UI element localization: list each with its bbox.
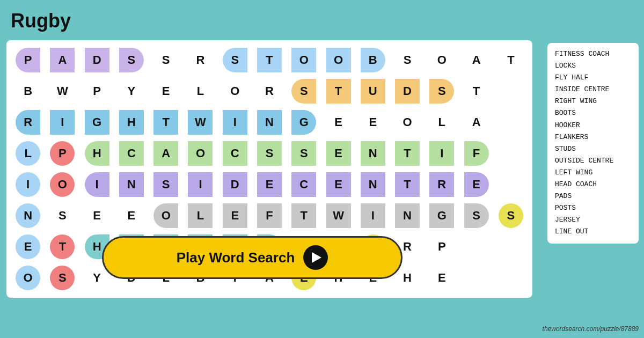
cell-2-9: E xyxy=(321,107,355,138)
cell-4-11: T xyxy=(390,169,425,200)
cell-2-12: L xyxy=(425,107,459,138)
cell-0-7: T xyxy=(252,45,287,76)
cell-5-5: L xyxy=(183,200,217,231)
cell-5-11: N xyxy=(390,200,425,231)
cell-7-14 xyxy=(494,262,528,293)
cell-2-0: R xyxy=(11,107,45,138)
cell-7-13 xyxy=(459,262,493,293)
play-button[interactable]: Play Word Search xyxy=(102,236,402,279)
cell-5-1: S xyxy=(45,200,79,231)
word-item-outside-centre: OUTSIDE CENTRE xyxy=(555,155,631,167)
cell-2-5: W xyxy=(183,107,217,138)
cell-2-2: G xyxy=(80,107,114,138)
cell-3-7: S xyxy=(252,138,287,169)
cell-4-13: E xyxy=(459,169,493,200)
cell-3-11: T xyxy=(390,138,425,169)
cell-1-6: O xyxy=(218,76,252,107)
cell-2-10: E xyxy=(356,107,390,138)
cell-1-13: T xyxy=(459,76,493,107)
cell-3-12: I xyxy=(425,138,459,169)
cell-7-0: O xyxy=(11,262,45,293)
cell-2-14 xyxy=(494,107,528,138)
cell-3-4: A xyxy=(149,138,183,169)
cell-5-10: I xyxy=(356,200,390,231)
word-item-head-coach: HEAD COACH xyxy=(555,179,631,190)
cell-2-13: A xyxy=(459,107,493,138)
cell-4-5: I xyxy=(183,169,217,200)
cell-2-4: T xyxy=(149,107,183,138)
cell-0-2: D xyxy=(80,45,114,76)
cell-6-1: T xyxy=(45,231,79,262)
cell-1-9: T xyxy=(321,76,355,107)
cell-3-5: O xyxy=(183,138,217,169)
cell-5-13: S xyxy=(459,200,493,231)
cell-5-3: E xyxy=(114,200,149,231)
cell-2-7: N xyxy=(252,107,287,138)
cell-4-12: R xyxy=(425,169,459,200)
cell-3-1: P xyxy=(45,138,79,169)
cell-3-8: S xyxy=(287,138,321,169)
cell-5-2: E xyxy=(80,200,114,231)
cell-4-3: N xyxy=(114,169,149,200)
cell-6-12: P xyxy=(425,231,459,262)
cell-1-11: D xyxy=(390,76,425,107)
cell-7-12: E xyxy=(425,262,459,293)
cell-0-12: O xyxy=(425,45,459,76)
word-item-pads: PADS xyxy=(555,190,631,202)
cell-5-9: W xyxy=(321,200,355,231)
word-item-studs: STUDS xyxy=(555,143,631,155)
cell-3-13: F xyxy=(459,138,493,169)
word-item-jersey: JERSEY xyxy=(555,214,631,226)
word-item-inside-centre: INSIDE CENTRE xyxy=(555,84,631,95)
cell-3-10: N xyxy=(356,138,390,169)
cell-0-6: S xyxy=(218,45,252,76)
cell-6-13 xyxy=(459,231,493,262)
cell-1-8: S xyxy=(287,76,321,107)
cell-4-4: S xyxy=(149,169,183,200)
cell-1-10: U xyxy=(356,76,390,107)
play-icon xyxy=(303,245,328,270)
cell-0-3: S xyxy=(114,45,149,76)
cell-4-14 xyxy=(494,169,528,200)
cell-4-0: I xyxy=(11,169,45,200)
word-item-flankers: FLANKERS xyxy=(555,131,631,143)
cell-4-6: D xyxy=(218,169,252,200)
cell-4-8: C xyxy=(287,169,321,200)
cell-1-3: Y xyxy=(114,76,149,107)
cell-4-10: N xyxy=(356,169,390,200)
cell-2-11: O xyxy=(390,107,425,138)
cell-5-14: S xyxy=(494,200,528,231)
word-list-panel: FITNESS COACH LOCKS FLY HALF INSIDE CENT… xyxy=(547,43,639,244)
cell-2-3: H xyxy=(114,107,149,138)
cell-2-6: I xyxy=(218,107,252,138)
cell-4-9: E xyxy=(321,169,355,200)
word-item-line-out: LINE OUT xyxy=(555,226,631,238)
cell-0-1: A xyxy=(45,45,79,76)
cell-3-9: E xyxy=(321,138,355,169)
cell-0-14: T xyxy=(494,45,528,76)
word-item-fitness-coach: FITNESS COACH xyxy=(555,48,631,60)
word-item-boots: BOOTS xyxy=(555,107,631,119)
cell-1-2: P xyxy=(80,76,114,107)
cell-3-0: L xyxy=(11,138,45,169)
cell-0-0: P xyxy=(11,45,45,76)
cell-5-6: E xyxy=(218,200,252,231)
cell-0-10: B xyxy=(356,45,390,76)
watermark: thewordsearch.com/puzzle/87889 xyxy=(543,325,639,333)
cell-5-0: N xyxy=(11,200,45,231)
cell-3-3: C xyxy=(114,138,149,169)
word-item-right-wing: RIGHT WING xyxy=(555,95,631,107)
cell-1-1: W xyxy=(45,76,79,107)
cell-6-0: E xyxy=(11,231,45,262)
cell-0-4: S xyxy=(149,45,183,76)
cell-5-7: F xyxy=(252,200,287,231)
cell-1-4: E xyxy=(149,76,183,107)
play-button-label: Play Word Search xyxy=(177,249,295,266)
cell-2-1: I xyxy=(45,107,79,138)
cell-3-14 xyxy=(494,138,528,169)
cell-0-8: O xyxy=(287,45,321,76)
cell-0-5: R xyxy=(183,45,217,76)
cell-1-0: B xyxy=(11,76,45,107)
word-item-hooker: HOOKER xyxy=(555,120,631,131)
cell-1-5: L xyxy=(183,76,217,107)
